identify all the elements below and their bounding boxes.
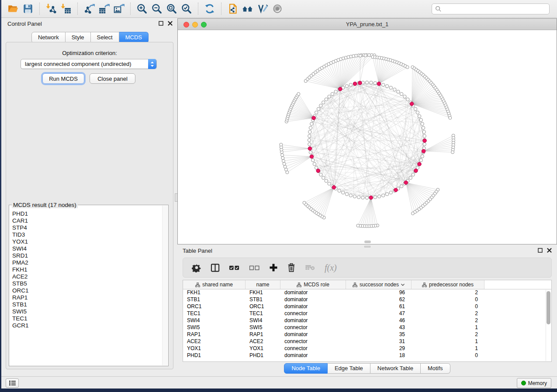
table-row[interactable]: YOX1YOX1connector291 [183, 345, 551, 352]
save-session-icon[interactable] [21, 2, 35, 15]
control-panel-header: Control Panel [3, 18, 177, 30]
table-row[interactable]: SWI4SWI4dominator462 [183, 317, 551, 324]
network-canvas[interactable] [178, 30, 557, 244]
table-options-gear-icon[interactable] [192, 263, 201, 272]
mcds-result-item[interactable]: YOX1 [12, 238, 162, 245]
zoom-in-icon[interactable] [135, 2, 149, 15]
run-mcds-button[interactable]: Run MCDS [42, 73, 84, 84]
mcds-result-item[interactable]: STB1 [12, 301, 162, 308]
table-cell: ORC1 [183, 303, 246, 310]
mcds-result-item[interactable]: STB5 [12, 280, 162, 287]
table-cell: 96 [346, 289, 412, 296]
table-panel-title: Table Panel [183, 248, 212, 254]
mcds-tab-content: Optimization criterion: largest connecte… [6, 42, 173, 369]
show-columns-icon[interactable] [211, 263, 220, 272]
table-cell: ACE2 [183, 338, 246, 345]
table-cell: 0 [412, 352, 484, 359]
mcds-result-item[interactable]: PMA2 [12, 259, 162, 266]
mcds-result-item[interactable]: TEC1 [12, 315, 162, 322]
mcds-result-item[interactable]: SWI5 [12, 308, 162, 315]
mcds-result-item[interactable]: SWI4 [12, 245, 162, 252]
table-row[interactable]: STB1STB1dominator620 [183, 296, 551, 303]
close-icon[interactable] [547, 248, 552, 253]
criterion-select[interactable]: largest connected component (undirected) [21, 59, 157, 69]
optimization-criterion-label: Optimization criterion: [6, 50, 173, 56]
mcds-result-item[interactable]: ORC1 [12, 287, 162, 294]
float-window-icon[interactable] [159, 21, 163, 26]
select-all-functions-icon[interactable] [229, 265, 240, 271]
table-row[interactable]: SWI5SWI5connector431 [183, 324, 551, 331]
import-network-icon[interactable] [44, 2, 59, 15]
table-cell: ACE2 [246, 338, 280, 345]
zoom-fit-icon[interactable] [164, 2, 179, 15]
column-header-predecessor-nodes[interactable]: predecessor nodes [412, 280, 484, 289]
mcds-result-item[interactable]: ACE2 [12, 273, 162, 280]
zoom-out-icon[interactable] [149, 2, 164, 15]
create-column-icon[interactable] [269, 263, 278, 272]
mcds-result-item[interactable]: PHD1 [12, 210, 162, 217]
show-hide-graphics-details-icon[interactable] [255, 2, 270, 15]
search-input[interactable] [432, 3, 550, 14]
import-table-icon[interactable] [59, 2, 73, 15]
unselect-all-functions-icon[interactable] [249, 265, 260, 271]
zoom-selected-icon[interactable] [179, 2, 194, 15]
open-file-icon[interactable] [6, 2, 21, 15]
table-cell: 1 [412, 324, 484, 331]
column-header-MCDS-role[interactable]: MCDS role [280, 280, 346, 289]
memory-button[interactable]: Memory [517, 378, 551, 388]
close-icon[interactable] [168, 21, 173, 26]
table-row[interactable]: ACE2ACE2connector311 [183, 338, 551, 345]
network-hscrollbar-thumb[interactable] [364, 241, 371, 243]
mcds-result-frame: MCDS result (17 nodes) PHD1CAR1STP4TID3Y… [9, 205, 169, 366]
export-network-icon[interactable] [82, 2, 97, 15]
table-cell: SWI5 [183, 324, 246, 331]
mcds-result-item[interactable]: CAR1 [12, 217, 162, 224]
table-row[interactable]: PHD1PHD1dominator180 [183, 352, 551, 359]
table-cell: YOX1 [183, 345, 246, 352]
mcds-list-scrollbar[interactable] [162, 206, 168, 365]
mcds-result-title: MCDS result (17 nodes) [12, 202, 78, 208]
table-cell: 2 [412, 331, 484, 338]
table-cell: STB1 [246, 296, 280, 303]
status-bar: Memory [1, 376, 557, 389]
delete-columns-icon[interactable] [287, 263, 296, 272]
mcds-result-item[interactable]: FKH1 [12, 266, 162, 273]
new-network-from-selection-icon[interactable] [225, 2, 240, 15]
mcds-result-item[interactable]: SRD1 [12, 252, 162, 259]
column-header-name[interactable]: name [246, 280, 280, 289]
column-header-shared-name[interactable]: shared name [183, 280, 246, 289]
tab-edge-table[interactable]: Edge Table [328, 363, 370, 374]
table-cell: RAP1 [246, 331, 280, 338]
close-panel-button[interactable]: Close panel [90, 73, 135, 84]
tab-network-table[interactable]: Network Table [370, 363, 421, 374]
table-scrollbar-thumb[interactable] [547, 291, 550, 324]
mcds-result-item[interactable]: STP4 [12, 224, 162, 231]
tab-node-table[interactable]: Node Table [284, 363, 328, 374]
table-row[interactable]: FKH1FKH1dominator962 [183, 289, 551, 296]
mcds-result-item[interactable]: RAP1 [12, 294, 162, 301]
mcds-result-item[interactable]: TID3 [12, 231, 162, 238]
apply-layout-icon[interactable] [202, 2, 217, 15]
node-table[interactable]: shared namenameMCDS rolesuccessor nodesp… [183, 280, 552, 362]
table-scrollbar[interactable] [546, 290, 551, 361]
column-type-icon [195, 282, 200, 287]
bird-eye-view-icon[interactable] [270, 2, 285, 15]
mcds-result-list[interactable]: PHD1CAR1STP4TID3YOX1SWI4SRD1PMA2FKH1ACE2… [9, 210, 162, 366]
mcds-result-item[interactable]: GCR1 [12, 322, 162, 329]
export-table-icon[interactable] [97, 2, 111, 15]
table-cell: connector [280, 310, 346, 317]
table-cell: 0 [412, 296, 484, 303]
table-row[interactable]: ORC1ORC1dominator610 [183, 303, 551, 310]
first-neighbors-icon[interactable] [240, 2, 255, 15]
table-cell: FKH1 [246, 289, 280, 296]
table-row[interactable]: RAP1RAP1dominator352 [183, 331, 551, 338]
task-list-icon [9, 380, 16, 386]
tab-motifs[interactable]: Motifs [421, 363, 450, 374]
float-window-icon[interactable] [538, 248, 543, 253]
show-task-history-button[interactable] [6, 378, 19, 388]
table-row[interactable]: TEC1TEC1connector472 [183, 310, 551, 317]
column-header-successor-nodes[interactable]: successor nodes [346, 280, 412, 289]
export-image-icon[interactable] [111, 2, 126, 15]
table-cell: STB1 [183, 296, 246, 303]
network-window-titlebar[interactable]: YPA_prune.txt_1 [178, 19, 557, 30]
